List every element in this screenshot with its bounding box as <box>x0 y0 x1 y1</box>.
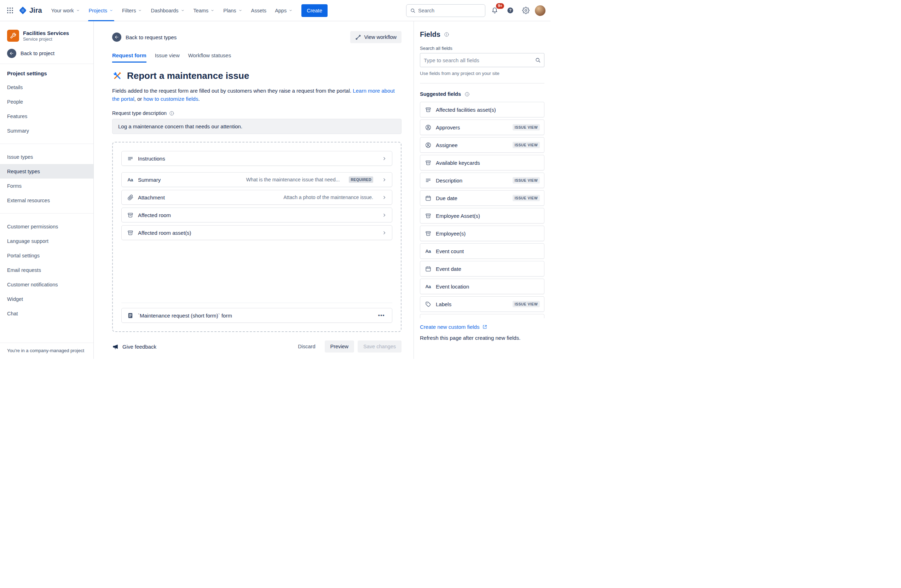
suggested-field-assignee[interactable]: AssigneeISSUE VIEW <box>420 137 544 153</box>
form-field-summary[interactable]: AaSummaryWhat is the maintenance issue t… <box>122 172 392 187</box>
asset-field-icon <box>127 229 134 236</box>
info-icon[interactable] <box>465 92 470 97</box>
notifications-button[interactable]: 9+ <box>488 4 501 17</box>
suggested-field-employee-s[interactable]: Employee(s) <box>420 226 544 241</box>
suggested-field-event-date[interactable]: Event date <box>420 261 544 277</box>
nav-item-projects[interactable]: Projects <box>84 0 118 21</box>
discard-button[interactable]: Discard <box>292 341 321 353</box>
view-workflow-button[interactable]: View workflow <box>350 31 402 43</box>
back-to-request-types-label: Back to request types <box>126 34 176 40</box>
form-field-attachment[interactable]: AttachmentAttach a photo of the maintena… <box>122 190 392 205</box>
suggested-field-employee-asset-s[interactable]: Employee Asset(s) <box>420 208 544 224</box>
chevron-right-icon <box>382 213 387 218</box>
sidebar-item-external-resources[interactable]: External resources <box>0 193 94 208</box>
issue-view-badge: ISSUE VIEW <box>513 124 540 131</box>
give-feedback-button[interactable]: Give feedback <box>112 343 156 350</box>
workflow-icon <box>355 34 361 40</box>
user-avatar[interactable] <box>535 5 546 16</box>
form-field-affected-room[interactable]: Affected room <box>122 208 392 222</box>
issue-view-badge: ISSUE VIEW <box>513 142 540 148</box>
info-icon[interactable] <box>169 110 175 116</box>
tab-workflow-statuses[interactable]: Workflow statuses <box>188 52 231 62</box>
nav-item-dashboards[interactable]: Dashboards <box>147 0 189 21</box>
search-icon <box>410 8 416 14</box>
sidebar-item-chat[interactable]: Chat <box>0 306 94 321</box>
form-field-instructions[interactable]: Instructions <box>122 151 392 166</box>
issue-view-badge: ISSUE VIEW <box>513 301 540 307</box>
jira-logo[interactable]: Jira <box>17 6 46 15</box>
asset-field-icon <box>424 213 432 219</box>
sidebar-item-features[interactable]: Features <box>0 109 94 123</box>
suggested-fields-list: Affected facilities asset(s)ApproversISS… <box>420 102 544 318</box>
fields-search-input[interactable] <box>420 53 544 67</box>
chevron-down-icon <box>76 8 80 13</box>
create-button[interactable]: Create <box>301 4 327 17</box>
sidebar-item-people[interactable]: People <box>0 94 94 109</box>
sidebar-item-widget[interactable]: Widget <box>0 292 94 306</box>
sidebar-item-summary[interactable]: Summary <box>0 123 94 138</box>
nav-item-plans[interactable]: Plans <box>219 0 246 21</box>
attachment-field-icon <box>127 194 134 201</box>
external-link-icon <box>482 324 488 330</box>
refresh-note: Refresh this page after creating new fie… <box>420 335 544 341</box>
asset-field-icon <box>424 106 432 113</box>
sidebar-item-issue-types[interactable]: Issue types <box>0 149 94 164</box>
form-field-affected-room-asset-s[interactable]: Affected room asset(s) <box>122 225 392 240</box>
nav-item-assets[interactable]: Assets <box>247 0 271 21</box>
suggested-field-event-location[interactable]: AaEvent location <box>420 278 544 294</box>
request-type-description-label: Request type description <box>112 110 167 116</box>
description-label-row: Request type description <box>112 110 402 116</box>
instructions-field-icon <box>127 155 134 162</box>
chevron-right-icon <box>382 195 387 200</box>
suggested-field-due-date[interactable]: Due dateISSUE VIEW <box>420 190 544 206</box>
help-button[interactable]: ? <box>504 4 516 17</box>
fields-panel: Fields Search all fields Use fields from… <box>413 21 550 359</box>
sidebar-item-forms[interactable]: Forms <box>0 179 94 193</box>
suggested-field-event-count[interactable]: AaEvent count <box>420 243 544 259</box>
suggested-field-description[interactable]: DescriptionISSUE VIEW <box>420 173 544 188</box>
sidebar-item-portal-settings[interactable]: Portal settings <box>0 248 94 263</box>
suggested-field-labels[interactable]: LabelsISSUE VIEW <box>420 296 544 312</box>
nav-item-apps[interactable]: Apps <box>271 0 297 21</box>
info-icon[interactable] <box>444 32 449 37</box>
suggested-field-affected-facilities-asset-s[interactable]: Affected facilities asset(s) <box>420 102 544 117</box>
sidebar-divider <box>0 64 94 64</box>
suggested-field-available-keycards[interactable]: Available keycards <box>420 155 544 170</box>
request-form-canvas: InstructionsAaSummaryWhat is the mainten… <box>112 142 402 332</box>
link-how-to-customize-fields[interactable]: how to customize fields <box>143 96 198 102</box>
nav-item-your-work[interactable]: Your work <box>47 0 84 21</box>
sidebar-heading: Project settings <box>0 70 94 80</box>
attached-form-row[interactable]: `Maintenance request (short form)` form … <box>122 308 392 323</box>
fields-search <box>420 53 544 67</box>
form-section-divider <box>122 303 392 303</box>
sidebar-item-language-support[interactable]: Language support <box>0 234 94 248</box>
sidebar-item-request-types[interactable]: Request types <box>0 164 94 179</box>
suggested-fields-title: Suggested fields <box>420 91 461 97</box>
page-title: Report a maintenance issue <box>127 70 249 81</box>
tab-request-form[interactable]: Request form <box>112 52 147 62</box>
tab-issue-view[interactable]: Issue view <box>155 52 180 62</box>
sidebar-item-email-requests[interactable]: Email requests <box>0 263 94 277</box>
app-switcher-icon[interactable] <box>3 4 16 17</box>
save-changes-button[interactable]: Save changes <box>358 341 402 353</box>
sidebar-item-customer-notifications[interactable]: Customer notifications <box>0 277 94 292</box>
request-type-icon <box>112 71 122 81</box>
fields-panel-divider <box>420 83 544 84</box>
create-new-custom-fields-link[interactable]: Create new custom fields <box>420 324 544 330</box>
global-search[interactable] <box>406 4 485 17</box>
settings-button[interactable] <box>519 4 532 17</box>
svg-text:?: ? <box>509 8 511 12</box>
project-settings-sidebar: Facilities Services Service project Back… <box>0 21 94 359</box>
back-to-request-types-button[interactable] <box>112 33 122 42</box>
form-more-actions-button[interactable]: ••• <box>376 311 387 320</box>
nav-item-teams[interactable]: Teams <box>189 0 219 21</box>
preview-button[interactable]: Preview <box>325 341 354 353</box>
global-search-input[interactable] <box>418 8 482 14</box>
back-to-project-link[interactable]: Back to project <box>7 49 86 58</box>
sidebar-item-details[interactable]: Details <box>0 80 94 94</box>
sidebar-item-customer-permissions[interactable]: Customer permissions <box>0 219 94 234</box>
suggested-field-approvers[interactable]: ApproversISSUE VIEW <box>420 120 544 135</box>
nav-item-filters[interactable]: Filters <box>118 0 147 21</box>
request-type-description-field[interactable]: Log a maintenance concern that needs our… <box>112 119 402 134</box>
attached-form-label: `Maintenance request (short form)` form <box>138 313 232 319</box>
